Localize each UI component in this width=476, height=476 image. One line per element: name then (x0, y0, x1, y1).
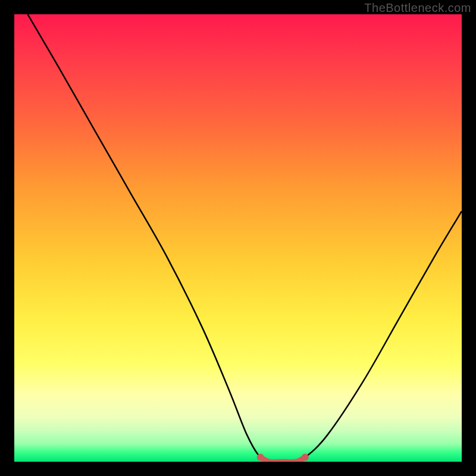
highlight-start-dot (257, 453, 264, 461)
highlight-path (261, 457, 305, 462)
chart-frame: TheBottleneck.com (0, 0, 476, 476)
plot-area (14, 14, 462, 462)
chart-svg (14, 14, 462, 462)
watermark-label: TheBottleneck.com (364, 1, 471, 15)
highlight-end-dot (302, 453, 309, 461)
curve-path (28, 14, 462, 462)
